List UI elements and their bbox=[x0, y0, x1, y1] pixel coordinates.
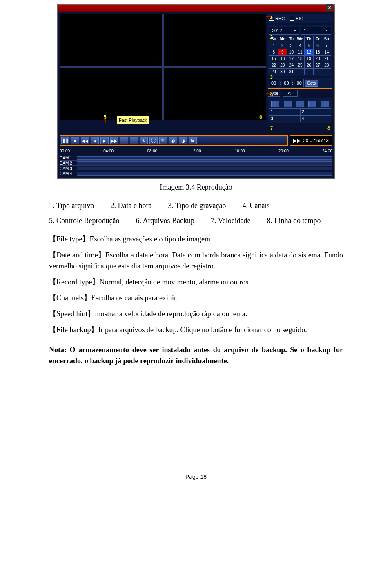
weekday-header: Fr bbox=[313, 36, 322, 42]
marker-3: 3 bbox=[270, 74, 273, 81]
channel-select-2[interactable]: 2 bbox=[300, 108, 331, 115]
cam-row-4[interactable]: CAM 4 bbox=[60, 171, 332, 176]
time-second[interactable]: 00 bbox=[295, 79, 304, 87]
channel-select-3[interactable]: 3 bbox=[269, 115, 300, 122]
marker-7: 7 bbox=[270, 125, 273, 132]
page-number: Page 18 bbox=[49, 473, 343, 481]
cal-day[interactable]: 19 bbox=[305, 56, 314, 62]
layout-3x3-icon[interactable] bbox=[296, 101, 304, 107]
cal-day[interactable]: 16 bbox=[278, 56, 287, 62]
layout-fullscreen-icon[interactable] bbox=[321, 101, 329, 107]
cal-day[interactable]: 28 bbox=[322, 62, 331, 69]
calendar-panel: 2012▼ 1▼ Su Mo Tu We Th Fr Sa bbox=[268, 25, 332, 77]
def-file-backup: 【File backup】Ir para arquivos de backup.… bbox=[49, 324, 343, 335]
ruler-tick: 24:00 bbox=[322, 148, 332, 154]
cal-day[interactable]: 17 bbox=[287, 56, 296, 62]
cam-row-3[interactable]: CAM 3 bbox=[60, 165, 332, 171]
cal-day[interactable]: 14 bbox=[322, 49, 331, 56]
loop-button[interactable]: ↻ bbox=[140, 137, 148, 144]
cal-day[interactable]: 26 bbox=[305, 62, 314, 69]
def-record-type: 【Record type】Normal, detecção de movimen… bbox=[49, 277, 343, 288]
cal-day[interactable] bbox=[305, 69, 314, 75]
cal-day[interactable]: 25 bbox=[296, 62, 305, 69]
next-button[interactable]: + bbox=[130, 137, 138, 144]
legend-item: 4. Canais bbox=[242, 200, 270, 211]
type-selector[interactable]: All bbox=[283, 90, 298, 97]
speed-indicator: ▶▶ 2x 02:55:43 bbox=[290, 135, 332, 146]
ruler-tick: 00:00 bbox=[60, 148, 70, 154]
cal-day[interactable]: 1 bbox=[270, 42, 278, 49]
cal-day[interactable]: 15 bbox=[270, 56, 278, 62]
pause-button[interactable]: ❚❚ bbox=[61, 137, 69, 144]
layout-2x2-icon[interactable] bbox=[284, 101, 292, 107]
channels-panel: 1 2 3 4 bbox=[268, 98, 332, 123]
channel-select-1[interactable]: 1 bbox=[269, 108, 300, 115]
cal-day[interactable]: 24 bbox=[287, 62, 296, 69]
cal-day-has-records[interactable]: 9 bbox=[278, 49, 287, 56]
fast-rewind-button[interactable]: ◀◀ bbox=[81, 137, 89, 144]
cal-day[interactable] bbox=[313, 69, 322, 75]
cal-day[interactable]: 30 bbox=[278, 69, 287, 75]
cal-day[interactable]: 7 bbox=[322, 42, 331, 49]
cal-day[interactable]: 11 bbox=[296, 49, 305, 56]
cal-day[interactable]: 22 bbox=[270, 62, 278, 69]
time-minute[interactable]: 00 bbox=[282, 79, 291, 87]
record-type-panel: Type All bbox=[268, 90, 332, 97]
backup-button[interactable]: 🖫 bbox=[189, 137, 197, 144]
channel-select-4[interactable]: 4 bbox=[300, 115, 331, 122]
cut-end-button[interactable]: ◑ bbox=[179, 137, 187, 144]
cal-day[interactable]: 3 bbox=[287, 42, 296, 49]
legend-row-2: 5. Controle Reprodução 6. Arquivos Backu… bbox=[49, 215, 343, 226]
cal-day[interactable]: 4 bbox=[296, 42, 305, 49]
pic-checkbox[interactable]: PIC bbox=[290, 15, 303, 22]
legend-item: 1. Tipo arquivo bbox=[49, 200, 94, 211]
video-pane-3[interactable] bbox=[60, 67, 163, 120]
cal-day[interactable]: 31 bbox=[287, 69, 296, 75]
dvr-window: ✕ 1 2 3 4 5 6 bbox=[57, 4, 335, 179]
cal-day[interactable]: 10 bbox=[287, 49, 296, 56]
marker-2: 2 bbox=[270, 34, 273, 41]
ruler-tick: 12:00 bbox=[191, 148, 201, 154]
cal-day[interactable]: 23 bbox=[278, 62, 287, 69]
video-grid: 1 2 3 4 5 6 Fast Playback bbox=[60, 14, 266, 120]
cal-day[interactable]: 18 bbox=[296, 56, 305, 62]
fast-forward-button[interactable]: ▶▶ bbox=[110, 137, 118, 144]
rewind-button[interactable]: ◀ bbox=[91, 137, 99, 144]
cal-day[interactable]: 20 bbox=[313, 56, 322, 62]
forward-button[interactable]: ▶ bbox=[100, 137, 109, 144]
cal-day[interactable]: 5 bbox=[305, 42, 314, 49]
cal-day[interactable]: 13 bbox=[313, 49, 322, 56]
month-selector[interactable]: 1▼ bbox=[301, 27, 331, 35]
cal-day[interactable]: 8 bbox=[270, 49, 278, 56]
weekday-header: Sa bbox=[322, 36, 331, 42]
layout-1x1-icon[interactable] bbox=[271, 101, 279, 107]
cal-day[interactable] bbox=[322, 69, 331, 75]
video-pane-4[interactable] bbox=[163, 67, 266, 120]
year-selector[interactable]: 2012▼ bbox=[269, 27, 299, 35]
ruler-tick: 08:00 bbox=[147, 148, 157, 154]
cal-day[interactable]: 21 bbox=[322, 56, 331, 62]
layout-4x4-icon[interactable] bbox=[308, 101, 316, 107]
goto-button[interactable]: Goto bbox=[305, 80, 318, 87]
close-button[interactable]: ✕ bbox=[326, 4, 333, 11]
note-text: Nota: O armazenamento deve ser instalado… bbox=[49, 344, 343, 367]
playback-control-bar: ❚❚ ■ ◀◀ ◀ ▶ ▶▶ − + ↻ ⛶ 🔍 ◐ ◑ 🖫 bbox=[60, 135, 288, 146]
cut-start-button[interactable]: ◐ bbox=[169, 137, 177, 144]
cal-day[interactable]: 6 bbox=[313, 42, 322, 49]
cal-day[interactable]: 27 bbox=[313, 62, 322, 69]
ruler-tick: 04:00 bbox=[103, 148, 114, 154]
zoom-button[interactable]: 🔍 bbox=[159, 137, 167, 144]
cam-row-1[interactable]: CAM 1 bbox=[60, 155, 332, 160]
time-ruler[interactable]: 00:00 04:00 08:00 12:00 16:00 20:00 24:0… bbox=[60, 147, 332, 155]
video-pane-2[interactable] bbox=[163, 14, 266, 67]
legend-item: 6. Arquivos Backup bbox=[136, 215, 194, 226]
stop-button[interactable]: ■ bbox=[71, 137, 79, 144]
fullscreen-button[interactable]: ⛶ bbox=[149, 137, 158, 144]
weekday-header: Th bbox=[305, 36, 314, 42]
cal-day-selected[interactable]: 12 bbox=[305, 49, 314, 56]
video-pane-1[interactable] bbox=[60, 14, 163, 67]
cal-day[interactable] bbox=[296, 69, 305, 75]
cam-row-2[interactable]: CAM 2 bbox=[60, 160, 332, 165]
prev-button[interactable]: − bbox=[120, 137, 128, 144]
cal-day[interactable]: 2 bbox=[278, 42, 287, 49]
